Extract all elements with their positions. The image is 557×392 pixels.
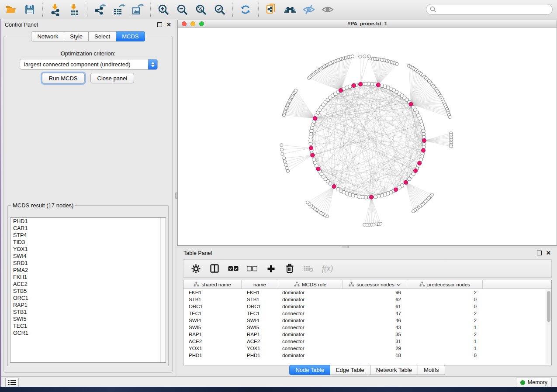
table-settings-gear-icon[interactable]	[190, 263, 201, 274]
table-row[interactable]: ORC1ORC1dominator610	[183, 303, 551, 310]
table-row[interactable]: YOX1YOX1connector291	[183, 345, 551, 352]
table-cell: SWI4	[242, 318, 278, 323]
table-cell: ORC1	[242, 304, 278, 309]
tab-mcds[interactable]: MCDS	[116, 31, 145, 41]
open-file-icon[interactable]	[3, 2, 18, 17]
delete-columns-trash-icon[interactable]	[284, 263, 295, 274]
column-header-name[interactable]: name	[242, 280, 278, 289]
tab-edge-table[interactable]: Edge Table	[330, 365, 370, 375]
mcds-node-item[interactable]: YOX1	[10, 246, 166, 253]
tab-network[interactable]: Network	[31, 31, 64, 41]
mcds-node-item[interactable]: TEC1	[10, 323, 166, 330]
search-input[interactable]	[426, 4, 553, 15]
mcds-list-scrollbar[interactable]	[160, 218, 166, 362]
table-row[interactable]: STB1STB1dominator620	[183, 296, 551, 303]
mcds-node-item[interactable]: ACE2	[10, 281, 166, 288]
float-window-icon[interactable]	[537, 251, 542, 255]
task-history-button[interactable]	[5, 378, 19, 387]
mcds-node-item[interactable]: TID3	[10, 239, 166, 246]
close-panel-icon[interactable]: ✕	[546, 250, 551, 256]
table-cell: 47	[343, 311, 407, 316]
network-canvas-svg[interactable]	[178, 28, 557, 245]
mcds-result-list[interactable]: PHD1CAR1STP4TID3YOX1SWI4SRD1PMA2FKH1ACE2…	[10, 217, 166, 363]
refresh-icon[interactable]	[238, 2, 253, 17]
export-network-icon[interactable]	[93, 2, 107, 17]
scrollbar-thumb[interactable]	[547, 291, 550, 322]
table-row[interactable]: ACE2ACE2connector311	[183, 338, 551, 345]
export-table-icon[interactable]	[111, 2, 126, 17]
toolbar-separator	[87, 3, 88, 17]
control-panel-title: Control Panel	[5, 22, 38, 28]
mcds-node-item[interactable]: SRD1	[10, 260, 166, 267]
save-session-icon[interactable]	[22, 2, 37, 17]
memory-label: Memory	[528, 379, 547, 385]
mcds-node-item[interactable]: STB1	[10, 309, 166, 316]
show-column-panel-icon[interactable]	[209, 263, 220, 274]
tab-motifs[interactable]: Motifs	[418, 365, 445, 375]
memory-button[interactable]: Memory	[516, 378, 552, 387]
table-row[interactable]: FKH1FKH1dominator962	[183, 289, 551, 296]
close-panel-icon[interactable]: ✕	[166, 22, 171, 28]
hide-graphics-details-icon[interactable]	[301, 2, 316, 17]
table-cell: SWI4	[183, 318, 242, 323]
close-panel-button[interactable]: Close panel	[90, 73, 135, 83]
tab-node-table[interactable]: Node Table	[289, 365, 330, 375]
mcds-node-item[interactable]: GCR1	[10, 330, 166, 337]
list-icon	[8, 379, 16, 385]
search-network-icon[interactable]	[283, 2, 298, 17]
table-cell: ACE2	[242, 339, 278, 344]
table-cell: TEC1	[242, 311, 278, 316]
optimization-criterion-select[interactable]: largest connected component (undirected)	[20, 59, 158, 70]
float-window-icon[interactable]	[157, 22, 162, 27]
close-window-icon[interactable]	[182, 21, 187, 26]
mcds-node-item[interactable]: ORC1	[10, 295, 166, 302]
function-builder-icon[interactable]: f(x)	[322, 264, 333, 273]
export-image-icon[interactable]	[130, 2, 145, 17]
run-mcds-button[interactable]: Run MCDS	[42, 73, 85, 83]
column-header-successor-nodes[interactable]: successor nodes	[343, 280, 407, 289]
mcds-node-item[interactable]: SWI4	[10, 253, 166, 260]
mcds-node-item[interactable]: STB5	[10, 288, 166, 295]
table-panel-titlebar: Table Panel ✕	[177, 248, 557, 258]
table-cell: 18	[343, 353, 407, 358]
show-graphics-details-icon[interactable]	[320, 2, 335, 17]
table-row[interactable]: SWI5SWI5connector431	[183, 324, 551, 331]
minimize-window-icon[interactable]	[190, 21, 195, 26]
table-row[interactable]: TEC1TEC1connector472	[183, 310, 551, 317]
zoom-in-icon[interactable]	[156, 2, 171, 17]
mcds-node-item[interactable]: PMA2	[10, 267, 166, 274]
mcds-node-item[interactable]: STP4	[10, 232, 166, 239]
unselect-all-columns-icon[interactable]	[247, 263, 257, 274]
create-column-plus-icon[interactable]	[266, 263, 276, 274]
column-header-predecessor-nodes[interactable]: predecessor nodes	[407, 280, 483, 289]
mcds-node-item[interactable]: FKH1	[10, 274, 166, 281]
table-scrollbar[interactable]	[546, 289, 551, 364]
tab-select[interactable]: Select	[89, 31, 116, 41]
import-network-icon[interactable]	[48, 2, 63, 17]
clone-network-icon[interactable]	[264, 2, 279, 17]
import-table-icon[interactable]	[67, 2, 82, 17]
table-row[interactable]: SWI4SWI4dominator462	[183, 317, 551, 324]
tab-style[interactable]: Style	[64, 31, 89, 41]
column-header-MCDS-role[interactable]: MCDS role	[278, 280, 343, 289]
maximize-window-icon[interactable]	[199, 21, 204, 26]
tab-network-table[interactable]: Network Table	[370, 365, 418, 375]
table-cell: dominator	[278, 318, 343, 323]
table-cell: TEC1	[183, 311, 242, 316]
table-row[interactable]: PHD1PHD1dominator180	[183, 352, 551, 359]
node-table[interactable]: shared namenameMCDS rolesuccessor nodesp…	[183, 280, 552, 365]
mcds-node-item[interactable]: PHD1	[10, 218, 166, 225]
zoom-out-icon[interactable]	[175, 2, 190, 17]
zoom-fit-icon[interactable]	[194, 2, 208, 17]
zoom-selected-icon[interactable]	[212, 2, 227, 17]
network-view[interactable]	[177, 28, 557, 246]
network-window-titlebar[interactable]: YPA_prune.txt_1	[177, 20, 557, 28]
mcds-node-item[interactable]: SWI5	[10, 316, 166, 323]
select-all-columns-icon[interactable]	[228, 263, 239, 274]
column-header-shared-name[interactable]: shared name	[183, 280, 242, 289]
table-row[interactable]: RAP1RAP1dominator352	[183, 331, 551, 338]
mcds-node-item[interactable]: RAP1	[10, 302, 166, 309]
delete-table-icon[interactable]	[303, 263, 314, 274]
mcds-node-item[interactable]: CAR1	[10, 225, 166, 232]
column-header-label: MCDS role	[302, 282, 326, 287]
